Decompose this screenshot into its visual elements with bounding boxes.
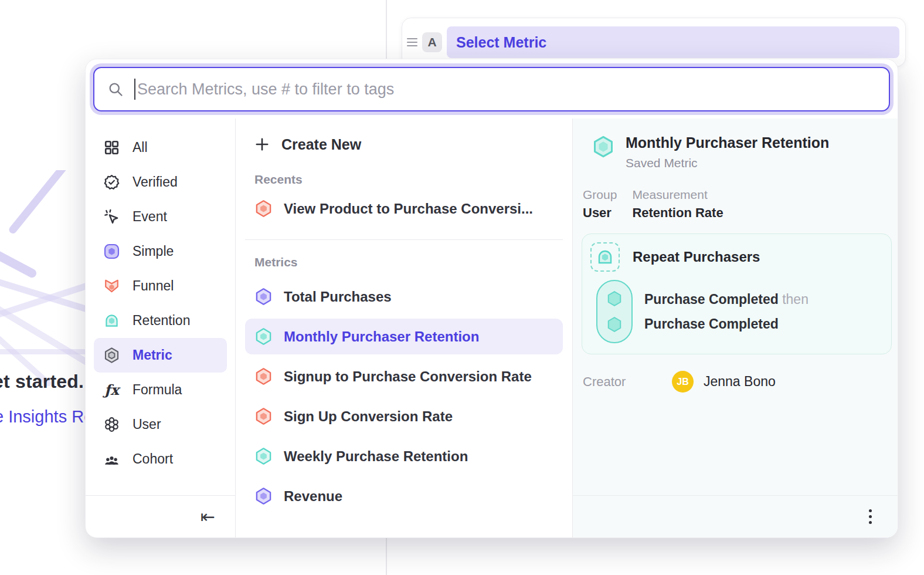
metric-list-column: Create New Recents View Product to Purch… [236,119,573,537]
search-icon [107,81,124,97]
sidebar-footer: ⇤ [86,495,235,537]
metrics-header: Metrics [236,255,572,269]
user-cluster-icon [103,416,120,433]
metric-detail-title: Monthly Purchaser Retention [626,134,829,151]
details-footer [573,495,898,537]
funnel-hexagon-icon [103,278,120,295]
sidebar-item-cohort[interactable]: Cohort [94,442,227,476]
sidebar-item-verified[interactable]: Verified [94,165,227,199]
sidebar-item-simple[interactable]: Simple [94,234,227,269]
search-box[interactable] [93,67,890,111]
sidebar-item-formula[interactable]: ƒx Formula [94,373,227,407]
type-filter-sidebar: All Verified Event [86,119,236,537]
metric-details-panel: Monthly Purchaser Retention Saved Metric… [573,119,898,537]
grid-icon [103,139,120,156]
recents-header: Recents [236,172,572,187]
plus-icon [254,137,270,152]
simple-metric-icon [254,487,273,505]
background-link-fragment[interactable]: e Insights Re [0,407,93,427]
funnel-metric-icon [254,199,273,218]
sidebar-item-retention[interactable]: Retention [94,303,227,338]
retention-arch-icon [103,312,120,329]
step-hexagon-icon [606,290,623,307]
step-connector: then [782,292,808,307]
sidebar-item-event[interactable]: Event [94,199,227,234]
metric-item[interactable]: Revenue [245,478,563,514]
drag-handle-icon[interactable] [407,38,417,46]
metric-item[interactable]: Total Purchases [245,279,563,314]
create-new-button[interactable]: Create New [236,131,572,157]
funnel-step-1: Purchase Completed then [644,287,808,312]
creator-avatar[interactable]: JB [672,371,694,393]
metric-item[interactable]: Weekly Purchase Retention [245,438,563,474]
screen: et started. e Insights Re A Select Metri… [0,0,924,575]
sidebar-item-user[interactable]: User [94,407,227,442]
creator-row: Creator JB Jenna Bono [573,371,898,393]
more-options-icon[interactable] [865,506,875,527]
metric-detail-hexagon-icon [592,135,615,158]
cohort-people-icon [103,451,120,468]
measurement-label: Measurement [632,188,723,202]
metric-picker-modal: All Verified Event [85,59,898,538]
metric-hexagon-icon [103,347,120,364]
funnel-step-2: Purchase Completed [644,312,808,336]
search-section [86,59,898,119]
metric-detail-subtitle: Saved Metric [626,156,829,170]
metric-meta: Group Measurement User Retention Rate [573,188,898,221]
simple-hexagon-icon [103,243,120,260]
collapse-sidebar-icon[interactable]: ⇤ [201,508,215,526]
metric-item[interactable]: Signup to Purchase Conversion Rate [245,358,563,394]
creator-name: Jenna Bono [704,374,776,390]
funnel-metric-icon [254,367,273,385]
repeat-purchasers-card: Repeat Purchasers Purchase Completed the… [582,234,892,354]
series-a-badge[interactable]: A [422,32,442,52]
funnel-metric-icon [254,407,273,425]
sidebar-item-metric[interactable]: Metric [94,338,227,373]
measurement-value: Retention Rate [632,205,723,221]
sidebar-item-all[interactable]: All [94,130,227,165]
metric-item[interactable]: Sign Up Conversion Rate [245,398,563,434]
group-label: Group [583,188,617,202]
select-metric-button[interactable]: Select Metric [447,26,899,58]
repeat-purchasers-title: Repeat Purchasers [633,249,760,265]
recent-item[interactable]: View Product to Purchase Conversi... [245,191,563,226]
step-hexagon-icon [606,316,623,333]
simple-metric-icon [254,288,273,306]
list-divider [245,239,563,240]
verified-badge-icon [103,174,120,191]
creator-label: Creator [583,374,672,390]
formula-fx-icon: ƒx [103,381,120,398]
metric-item-selected[interactable]: Monthly Purchaser Retention [245,319,563,354]
text-cursor [134,79,135,100]
retention-metric-icon [254,327,273,346]
cursor-click-icon [103,208,120,225]
group-value: User [583,205,617,221]
search-input[interactable] [137,80,876,99]
sidebar-item-funnel[interactable]: Funnel [94,269,227,303]
retention-dashed-icon [590,242,620,272]
background-heading-fragment: et started. [0,371,84,393]
retention-metric-icon [254,447,273,465]
funnel-steps-capsule [596,280,633,343]
